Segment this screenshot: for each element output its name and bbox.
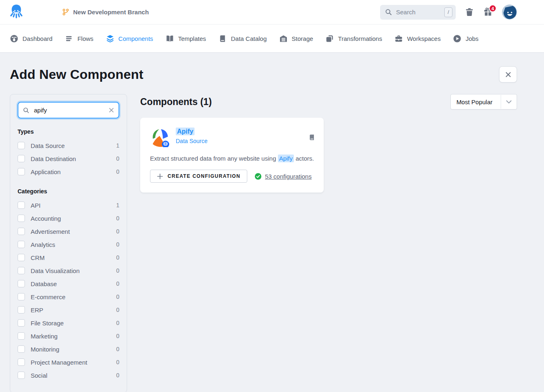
filter-erp[interactable]: ERP 0	[18, 303, 119, 316]
checkbox[interactable]	[18, 372, 25, 379]
checkbox[interactable]	[18, 345, 25, 353]
flows-icon	[65, 34, 73, 43]
filter-project-management[interactable]: Project Management 0	[18, 356, 119, 369]
filters-panel: Types Data Source 1 Data Destination 0 A…	[10, 94, 127, 392]
search-input[interactable]	[395, 8, 441, 16]
checkbox[interactable]	[18, 319, 25, 327]
tab-jobs[interactable]: Jobs	[453, 34, 479, 43]
filter-advertisement[interactable]: Advertisement 0	[18, 225, 119, 238]
filter-label: Data Destination	[31, 155, 76, 162]
filter-label: ERP	[31, 307, 43, 314]
component-search-input[interactable]	[33, 106, 105, 114]
top-header: New Development Branch /	[0, 0, 544, 25]
tab-data-catalog[interactable]: Data Catalog	[218, 34, 267, 43]
checkbox[interactable]	[18, 142, 25, 149]
gauge-icon	[10, 34, 18, 43]
tab-flows[interactable]: Flows	[65, 34, 93, 43]
checkbox[interactable]	[18, 306, 25, 314]
component-description: Extract structured data from any website…	[150, 155, 314, 162]
tab-label: Components	[119, 35, 153, 42]
results-heading: Components (1)	[140, 96, 212, 108]
sort-dropdown[interactable]: Most Popular	[450, 94, 517, 110]
checkbox[interactable]	[18, 293, 25, 300]
filter-data-destination[interactable]: Data Destination 0	[18, 152, 119, 165]
component-search[interactable]	[18, 102, 119, 119]
shortcut-key-badge: /	[444, 7, 452, 17]
trash-button[interactable]	[465, 7, 474, 17]
filter-application[interactable]: Application 0	[18, 165, 119, 178]
main-nav: Dashboard Flows Components Templates Dat…	[0, 25, 544, 53]
filter-label: File Storage	[31, 320, 64, 327]
filter-file-storage[interactable]: File Storage 0	[18, 316, 119, 329]
filter-api[interactable]: API 1	[18, 199, 119, 212]
filter-label: Marketing	[31, 333, 58, 340]
open-book-icon	[166, 34, 174, 43]
checkbox[interactable]	[18, 332, 25, 340]
filter-label: Project Management	[31, 359, 87, 366]
filter-social[interactable]: Social 0	[18, 369, 119, 382]
close-button[interactable]	[499, 66, 517, 83]
branch-name: New Development Branch	[73, 9, 149, 16]
filter-count: 0	[116, 168, 119, 175]
checkbox[interactable]	[18, 202, 25, 209]
filter-monitoring[interactable]: Monitoring 0	[18, 343, 119, 356]
checkbox[interactable]	[18, 155, 25, 162]
tab-transformations[interactable]: Transformations	[325, 34, 382, 43]
warehouse-icon	[279, 34, 288, 43]
global-search[interactable]: /	[380, 5, 456, 20]
gift-button[interactable]: 4	[483, 7, 493, 17]
filter-label: Data Source	[31, 142, 65, 149]
checkbox[interactable]	[18, 267, 25, 274]
checkbox[interactable]	[18, 241, 25, 248]
checkbox[interactable]	[18, 168, 25, 175]
filter-count: 0	[116, 155, 119, 162]
filter-label: Social	[31, 372, 47, 379]
checkbox[interactable]	[18, 280, 25, 287]
close-icon	[505, 72, 511, 78]
component-card-apify[interactable]: Apify Data Source Extract structured dat…	[140, 118, 324, 193]
filter-database[interactable]: Database 0	[18, 277, 119, 290]
component-name[interactable]: Apify	[176, 128, 208, 135]
checkbox[interactable]	[18, 215, 25, 222]
tab-workspaces[interactable]: Workspaces	[394, 34, 441, 43]
tab-dashboard[interactable]: Dashboard	[10, 34, 52, 43]
play-circle-icon	[453, 34, 461, 43]
filter-marketing[interactable]: Marketing 0	[18, 329, 119, 343]
filter-count: 0	[116, 228, 119, 235]
filter-data-source[interactable]: Data Source 1	[18, 139, 119, 152]
documentation-icon[interactable]	[308, 134, 316, 143]
tab-components[interactable]: Components	[106, 34, 153, 43]
keboola-octopus-logo[interactable]	[10, 4, 23, 21]
page-title: Add New Component	[10, 67, 143, 82]
search-icon	[385, 9, 392, 16]
configurations-link-label: 53 configurations	[265, 173, 311, 180]
create-configuration-button[interactable]: Create configuration	[150, 170, 247, 183]
filter-count: 0	[116, 372, 119, 379]
configurations-link[interactable]: 53 configurations	[255, 173, 311, 180]
results-area: Components (1) Most Popular	[140, 94, 517, 193]
filter-count: 1	[116, 142, 119, 149]
filter-e-commerce[interactable]: E-commerce 0	[18, 290, 119, 303]
checkbox[interactable]	[18, 228, 25, 235]
filter-crm[interactable]: CRM 0	[18, 251, 119, 264]
git-branch-icon	[62, 9, 69, 16]
avatar[interactable]	[502, 4, 517, 20]
categories-heading: Categories	[18, 188, 119, 195]
filter-data-visualization[interactable]: Data Visualization 0	[18, 264, 119, 277]
check-circle-icon	[255, 173, 262, 180]
component-type-link[interactable]: Data Source	[176, 138, 208, 144]
filter-label: Advertisement	[31, 228, 70, 235]
filter-count: 0	[116, 359, 119, 365]
documents-icon	[325, 34, 334, 43]
filter-accounting[interactable]: Accounting 0	[18, 212, 119, 225]
checkbox[interactable]	[18, 254, 25, 261]
filter-analytics[interactable]: Analytics 0	[18, 238, 119, 251]
create-configuration-label: Create configuration	[168, 173, 240, 179]
clear-search-icon[interactable]	[109, 108, 114, 113]
tab-templates[interactable]: Templates	[166, 34, 206, 43]
layers-icon	[106, 34, 114, 43]
branch-selector[interactable]: New Development Branch	[62, 9, 149, 16]
filter-count: 0	[116, 267, 119, 274]
checkbox[interactable]	[18, 358, 25, 366]
tab-storage[interactable]: Storage	[279, 34, 313, 43]
